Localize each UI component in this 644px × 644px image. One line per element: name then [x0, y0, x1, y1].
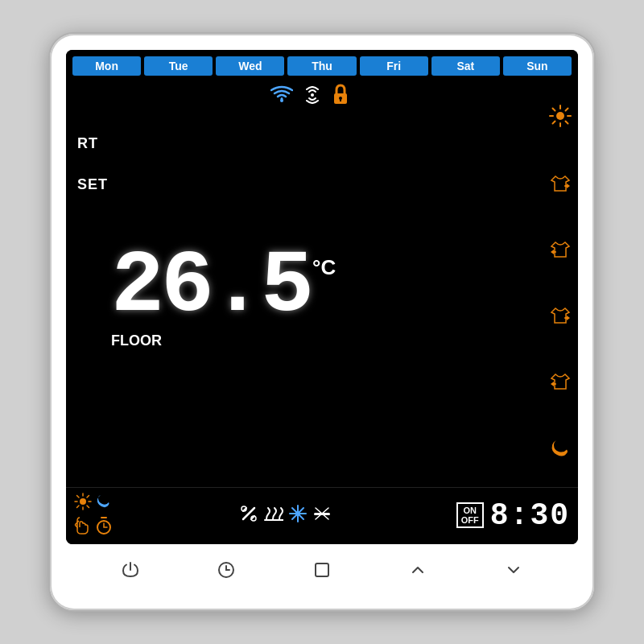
bottom-bar: ON OFF 8:30: [66, 487, 578, 544]
cooling-icon-bottom: [288, 504, 308, 526]
svg-line-10: [553, 109, 555, 111]
moon-icon-right: [551, 439, 570, 461]
svg-point-5: [556, 112, 564, 120]
schedule-icon-2: [549, 241, 572, 262]
svg-line-23: [77, 496, 80, 498]
schedule-icon-3: [549, 307, 572, 328]
day-tab-sun[interactable]: Sun: [503, 56, 572, 76]
day-tab-mon[interactable]: Mon: [72, 56, 141, 76]
time-display: 8:30: [490, 498, 570, 533]
mode-icons-row: [119, 504, 453, 526]
on-label: ON: [464, 506, 477, 515]
svg-marker-17: [551, 382, 554, 386]
svg-marker-14: [567, 184, 570, 188]
moon-icon-bottom: [97, 494, 111, 512]
svg-marker-15: [551, 250, 554, 254]
rt-set-labels: RT SET: [77, 109, 108, 193]
svg-line-12: [566, 109, 568, 111]
sun-icon-bottom: [74, 493, 92, 514]
svg-rect-4: [340, 98, 341, 101]
right-icons-column: [543, 79, 578, 487]
settings-icon-bottom: [240, 505, 258, 526]
mode-button[interactable]: [304, 552, 340, 588]
main-content: RT SET 26.5 °C FLOOR: [66, 79, 578, 487]
rt-label: RT: [77, 135, 108, 152]
touch-timer-row: [74, 517, 113, 538]
floor-row: FLOOR: [111, 331, 336, 354]
thermostat-device: Mon Tue Wed Thu Fri Sat Sun: [48, 32, 596, 612]
power-button[interactable]: [113, 552, 148, 588]
temperature-unit: °C: [312, 255, 336, 280]
svg-line-13: [553, 122, 555, 124]
off-label: OFF: [461, 515, 479, 525]
schedule-icon-1: [549, 175, 572, 196]
timer-icon: [95, 517, 113, 538]
day-tab-tue[interactable]: Tue: [144, 56, 213, 76]
thermostat-screen: Mon Tue Wed Thu Fri Sat Sun: [66, 50, 578, 544]
fan-icon-bottom: [312, 505, 332, 526]
wifi-icon: [270, 85, 293, 108]
svg-line-24: [87, 506, 89, 508]
temperature-area: RT SET 26.5 °C FLOOR: [77, 109, 543, 487]
clock-button[interactable]: [208, 552, 244, 588]
svg-line-11: [566, 122, 568, 124]
lock-icon: [332, 84, 349, 109]
svg-marker-16: [567, 316, 570, 320]
floor-label: FLOOR: [111, 332, 162, 349]
svg-line-26: [77, 506, 80, 508]
bottom-left-icons: [74, 493, 113, 538]
svg-point-0: [280, 99, 283, 102]
svg-rect-41: [316, 564, 328, 576]
schedule-icon-4: [549, 373, 572, 394]
status-icons-row: [77, 79, 543, 109]
signal-icon: [303, 86, 322, 108]
sun-moon-row: [74, 493, 113, 514]
touch-icon: [74, 517, 90, 538]
day-tab-wed[interactable]: Wed: [216, 56, 284, 76]
day-tabs-row: Mon Tue Wed Thu Fri Sat Sun: [66, 50, 578, 79]
temperature-value: 26.5: [111, 242, 311, 331]
svg-line-25: [87, 496, 89, 498]
day-tab-fri[interactable]: Fri: [360, 56, 428, 76]
physical-buttons-row: [66, 544, 578, 588]
svg-point-38: [295, 511, 300, 516]
down-button[interactable]: [496, 552, 531, 588]
svg-point-18: [80, 498, 86, 505]
sun-icon-right: [549, 105, 572, 130]
up-button[interactable]: [400, 552, 436, 588]
day-tab-thu[interactable]: Thu: [287, 56, 356, 76]
day-tab-sat[interactable]: Sat: [431, 56, 500, 76]
on-off-button[interactable]: ON OFF: [456, 502, 484, 528]
svg-point-1: [311, 93, 314, 97]
heating-icon-bottom: [262, 505, 283, 526]
set-label: SET: [77, 176, 108, 193]
